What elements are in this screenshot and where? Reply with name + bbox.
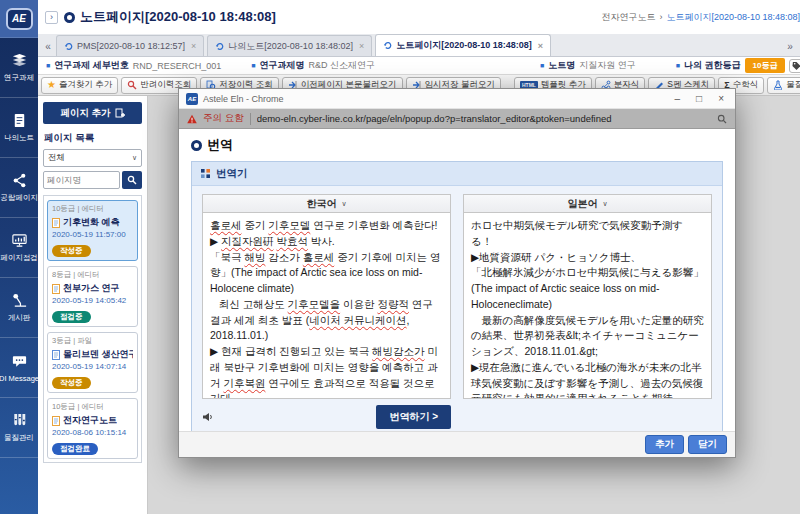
- page-header: › 노트페이지[2020-08-10 18:48:08] 전자연구노트 › 노트…: [38, 0, 800, 34]
- tab-bar: « PMS[2020-08-10 18:12:57] × 나의노트[2020-0…: [38, 34, 800, 57]
- source-lang-label: 한국어: [306, 197, 336, 211]
- sidebar-item-research-task[interactable]: 연구과제: [0, 38, 38, 98]
- sidebar-item-label: 공람페이지: [0, 193, 38, 203]
- note-icon: [11, 112, 28, 129]
- tab-pms[interactable]: PMS[2020-08-10 18:12:57] ×: [56, 35, 204, 56]
- info-permission-grade: ■ 나의 권한등급 10등급: [676, 58, 800, 73]
- sidebar-item-label: 게시판: [8, 313, 31, 323]
- popup-title-bar[interactable]: AE Astele Eln - Chrome – □ ×: [179, 89, 735, 109]
- grade-badge: 10등급: [745, 58, 786, 73]
- page-search-input[interactable]: [43, 171, 120, 189]
- translate-button[interactable]: 번역하기 >: [376, 405, 451, 429]
- refresh-icon[interactable]: [64, 42, 73, 51]
- target-lang-select[interactable]: 일본어 ∨: [463, 194, 712, 213]
- page-filter-select[interactable]: 전체 ∨: [43, 149, 142, 167]
- maximize-button[interactable]: □: [696, 93, 702, 104]
- material-info-button[interactable]: 물질관리정보: [767, 77, 800, 94]
- app-logo[interactable]: AE: [0, 0, 38, 38]
- url-divider: [250, 113, 251, 125]
- popup-url-bar[interactable]: 주의 요함 demo-eln.cyber-line.co.kr/page/eln…: [179, 109, 735, 129]
- tab-label: PMS[2020-08-10 18:12:57]: [77, 41, 185, 51]
- close-icon[interactable]: ×: [359, 41, 364, 51]
- popup-content: 번역 번역기 한국어 ∨ 홀로세 중기 기후모델 연구로 기후변화 예측한다! …: [179, 129, 735, 439]
- sidebar-item-label: 페이지점검: [0, 253, 38, 263]
- refresh-icon[interactable]: [215, 42, 224, 51]
- status-badge: 점검완료: [52, 443, 98, 455]
- target-column: 일본어 ∨ ホロセ中期気候モデル研究で気候変動予測する！ ▶地質資源研 パク・ヒ…: [463, 194, 712, 429]
- add-button[interactable]: 추가: [645, 435, 684, 454]
- doc-icon: [52, 284, 60, 294]
- page-card[interactable]: 10등급 | 에디터 기후변화 예측 2020-05-19 11:57:00 작…: [47, 200, 138, 261]
- note-info-bar: ■ 연구과제 세부번호 RND_RESERCH_001 ■ 연구과제명 R&D …: [38, 57, 800, 74]
- breadcrumb-sep-icon: ›: [659, 12, 662, 22]
- zoom-icon[interactable]: [717, 114, 727, 124]
- chevron-down-icon: ∨: [341, 200, 346, 208]
- bullet-icon: ■: [676, 62, 680, 69]
- tab-my-note[interactable]: 나의노트[2020-08-10 18:48:02] ×: [207, 35, 372, 56]
- tabs-scroll-right-button[interactable]: »: [782, 41, 798, 56]
- grid-icon: [201, 169, 210, 178]
- magnifier-doc-icon: [127, 80, 137, 90]
- sidebar-item-my-note[interactable]: 나의노트: [0, 98, 38, 158]
- card-title: 전자연구노트: [63, 414, 117, 427]
- test-tubes-icon: [11, 412, 28, 429]
- sidebar-item-shared-page[interactable]: 공람페이지: [0, 158, 38, 218]
- url-text[interactable]: demo-eln.cyber-line.co.kr/page/eln/popup…: [257, 113, 711, 124]
- breadcrumb: 전자연구노트 › 노트페이지[2020-08-10 18:48:08]: [601, 11, 800, 24]
- status-badge: 점검중: [52, 311, 91, 323]
- info-task-name: ■ 연구과제명 R&D 신소재연구: [251, 59, 375, 72]
- page-card-list: 10등급 | 에디터 기후변화 예측 2020-05-19 11:57:00 작…: [43, 195, 142, 463]
- chat-icon: [11, 353, 28, 370]
- close-icon[interactable]: ×: [191, 41, 196, 51]
- doc-icon: [52, 350, 60, 360]
- button-label: 페이지 추가: [60, 107, 110, 120]
- ae-logo-icon: AE: [6, 8, 33, 30]
- source-lang-select[interactable]: 한국어 ∨: [202, 194, 451, 213]
- page-card[interactable]: 10등급 | 에디터 전자연구노트 2020-08-06 10:15:14 점검…: [47, 398, 138, 459]
- tab-note-page[interactable]: 노트페이지[2020-08-10 18:48:08] ×: [375, 34, 551, 56]
- tab-label: 노트페이지[2020-08-10 18:48:08]: [396, 39, 532, 52]
- minimize-button[interactable]: –: [675, 93, 681, 104]
- title-bullet-icon: [64, 12, 75, 23]
- target-textarea[interactable]: ホロセ中期気候モデル研究で気候変動予測する！ ▶地質資源研 パク・ヒョソク博士、…: [463, 213, 712, 399]
- breadcrumb-root[interactable]: 전자연구노트: [601, 11, 655, 24]
- button-label: 물질관리정보: [786, 79, 800, 91]
- section-bullet-icon: [191, 140, 202, 151]
- window-controls: – □ ×: [675, 93, 728, 104]
- tab-label: 나의노트[2020-08-10 18:48:02]: [228, 40, 353, 53]
- sidebar-item-material-mgmt[interactable]: 물질관리: [0, 398, 38, 458]
- sidebar-item-board[interactable]: 게시판: [0, 278, 38, 338]
- collapse-panel-icon[interactable]: ›: [45, 11, 58, 24]
- favorite-add-button[interactable]: ★ 즐겨찾기 추가: [41, 77, 118, 94]
- source-column: 한국어 ∨ 홀로세 중기 기후모델 연구로 기후변화 예측한다! ▶ 지질자원硏…: [202, 194, 451, 429]
- info-value: RND_RESERCH_001: [133, 61, 222, 71]
- close-button[interactable]: 닫기: [688, 435, 727, 454]
- close-icon[interactable]: ×: [538, 41, 543, 51]
- card-meta: 8등급 | 에디터: [52, 270, 133, 280]
- grade-tag-button[interactable]: [789, 59, 800, 73]
- source-textarea[interactable]: 홀로세 중기 기후모델 연구로 기후변화 예측한다! ▶ 지질자원硏 박효석 박…: [202, 213, 451, 399]
- page-card[interactable]: 3등급 | 파일 몰리브덴 생산연구 2020-05-19 14:07:14 작…: [47, 332, 138, 393]
- share-icon: [11, 172, 28, 189]
- card-title: 기후변화 예측: [63, 216, 120, 229]
- lamp-icon: [11, 292, 28, 309]
- speaker-icon[interactable]: [202, 411, 214, 423]
- doc-icon: [52, 416, 60, 426]
- close-window-button[interactable]: ×: [718, 93, 724, 104]
- security-warning-label[interactable]: 주의 요함: [203, 112, 244, 125]
- info-label: 노트명: [548, 59, 575, 72]
- card-date: 2020-05-19 14:05:42: [52, 296, 133, 305]
- sidebar-item-page-check[interactable]: 페이지점검: [0, 218, 38, 278]
- popup-window-title: Astele Eln - Chrome: [203, 94, 284, 104]
- add-page-icon: [115, 108, 125, 118]
- sidebar-item-di-message[interactable]: DI Message: [0, 338, 38, 398]
- page-search-button[interactable]: [122, 171, 142, 189]
- add-page-button[interactable]: 페이지 추가: [43, 102, 142, 124]
- page-card[interactable]: 8등급 | 에디터 천부가스 연구 2020-05-19 14:05:42 점검…: [47, 266, 138, 327]
- tag-icon: [792, 61, 800, 70]
- card-date: 2020-05-19 11:57:00: [52, 230, 133, 239]
- refresh-icon[interactable]: [383, 41, 392, 50]
- status-badge: 작성중: [52, 245, 91, 257]
- translator-popup-window: AE Astele Eln - Chrome – □ × 주의 요함 demo-…: [178, 88, 736, 458]
- tabs-scroll-left-button[interactable]: «: [40, 41, 56, 56]
